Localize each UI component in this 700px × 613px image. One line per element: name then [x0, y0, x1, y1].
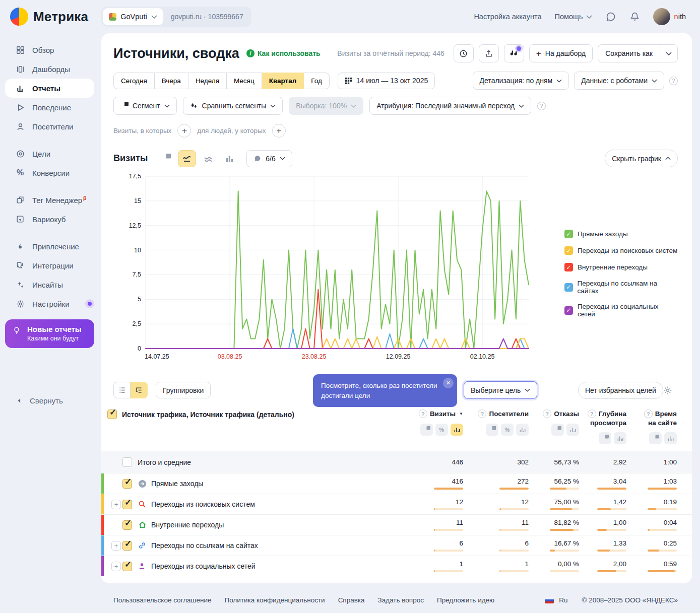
- save-as-split-button[interactable]: Сохранить как: [598, 44, 678, 62]
- period-button[interactable]: Год: [304, 73, 330, 89]
- sidebar-item-behavior[interactable]: Поведение: [0, 98, 101, 117]
- chart-type-columns-button[interactable]: [220, 150, 238, 167]
- table-settings-gear-icon[interactable]: [663, 385, 673, 395]
- bars-toggle-icon[interactable]: [566, 424, 579, 436]
- column-header-time[interactable]: ?Времяна сайте: [626, 410, 677, 444]
- sidebar-item-variocube[interactable]: Вариокуб: [0, 210, 101, 229]
- legend-item[interactable]: ✓ Переходы из социальных сетей: [564, 303, 678, 318]
- flat-list-view-button[interactable]: [113, 382, 131, 398]
- chevron-down-icon[interactable]: [660, 45, 677, 62]
- row-label[interactable]: Прямые заходы: [151, 480, 415, 488]
- chart-type-areas-button[interactable]: [199, 150, 217, 167]
- footer-link[interactable]: Пользовательское соглашение: [113, 596, 211, 604]
- legend-item[interactable]: ✓ Переходы по ссылкам на сайтах: [564, 280, 678, 295]
- close-icon[interactable]: ✕: [443, 378, 454, 388]
- question-help-icon[interactable]: ?: [644, 410, 653, 418]
- expand-row-button[interactable]: +: [111, 562, 121, 571]
- no-favorite-goals-button[interactable]: Нет избранных целей: [578, 382, 663, 399]
- detalization-dropdown[interactable]: Детализация: по дням: [473, 72, 569, 90]
- question-help-icon[interactable]: ?: [419, 410, 427, 418]
- period-button[interactable]: Месяц: [227, 73, 262, 89]
- expand-row-button[interactable]: +: [111, 500, 121, 509]
- column-header-visitors[interactable]: ?Посетители%: [463, 410, 529, 444]
- sidebar-item-dashboards[interactable]: Дашборды: [0, 59, 101, 79]
- add-visit-condition-button[interactable]: +: [177, 124, 191, 138]
- sidebar-item-conversions[interactable]: %Конверсии: [0, 163, 101, 182]
- sidebar-item-reports[interactable]: Отчеты: [5, 79, 94, 98]
- legend-checkbox-icon[interactable]: ✓: [564, 283, 573, 292]
- sampling-dropdown[interactable]: Выборка: 100%: [289, 97, 363, 115]
- question-help-icon[interactable]: ?: [588, 410, 596, 418]
- period-button[interactable]: Неделя: [188, 73, 227, 89]
- sidebar-item-goals[interactable]: Цели: [0, 144, 101, 163]
- legend-item[interactable]: ✓ Переходы из поисковых систем: [564, 246, 678, 255]
- new-reports-promo[interactable]: Новые отчеты Какими они будут: [5, 319, 94, 348]
- sidebar-item-insights[interactable]: Инсайты: [0, 275, 101, 294]
- account-settings-link[interactable]: Настройка аккаунта: [474, 13, 541, 21]
- footer-link[interactable]: Справка: [338, 596, 365, 604]
- period-button[interactable]: Вчера: [155, 73, 188, 89]
- footer-link[interactable]: Политика конфиденциальности: [224, 596, 325, 604]
- counter-selector[interactable]: GoVputi: [103, 8, 163, 25]
- period-button[interactable]: Сегодня: [113, 73, 155, 89]
- bars-toggle-icon[interactable]: [664, 432, 677, 444]
- row-checkbox[interactable]: [122, 520, 132, 530]
- tree-view-button[interactable]: [131, 382, 148, 398]
- pie-toggle-icon[interactable]: [599, 432, 611, 444]
- pie-toggle-icon[interactable]: [551, 424, 564, 436]
- row-label[interactable]: Переходы из поисковых систем: [151, 500, 415, 508]
- select-all-checkbox[interactable]: [107, 410, 117, 419]
- visits-line-chart[interactable]: 02,557,51012,51517,514.07.2503.08.2523.0…: [113, 171, 533, 362]
- row-checkbox[interactable]: [122, 500, 132, 509]
- legend-checkbox-icon[interactable]: ✓: [564, 246, 573, 255]
- footer-link[interactable]: Задать вопрос: [378, 596, 424, 604]
- pie-toggle-icon[interactable]: [420, 424, 433, 436]
- collapse-sidebar-button[interactable]: Свернуть: [0, 396, 101, 405]
- sidebar-item-visitors[interactable]: Посетители: [0, 117, 101, 136]
- metrika-logo[interactable]: Метрика: [10, 8, 88, 26]
- percent-toggle-icon[interactable]: %: [501, 424, 514, 436]
- notifications-bell-icon[interactable]: [629, 11, 640, 22]
- legend-item[interactable]: ✓ Прямые заходы: [564, 230, 678, 238]
- column-header-depth[interactable]: ?Глубинапросмотра: [579, 410, 626, 444]
- expand-row-button[interactable]: +: [111, 541, 121, 551]
- sidebar-item-attraction[interactable]: Привлечение: [0, 237, 101, 256]
- percent-toggle-icon[interactable]: %: [435, 424, 448, 436]
- legend-checkbox-icon[interactable]: ✓: [564, 263, 573, 271]
- sidebar-item-overview[interactable]: Обзор: [0, 40, 101, 59]
- row-checkbox[interactable]: [122, 541, 132, 551]
- history-clock-button[interactable]: [454, 44, 474, 62]
- period-button[interactable]: Квартал: [262, 73, 304, 89]
- row-label[interactable]: Переходы из социальных сетей: [151, 562, 415, 570]
- attribution-dropdown[interactable]: Атрибуция: Последний значимый переход: [369, 97, 531, 115]
- user-menu[interactable]: nith: [653, 8, 686, 25]
- column-header-visits[interactable]: ?Визиты▼%: [415, 410, 463, 444]
- bars-toggle-icon[interactable]: [451, 424, 463, 436]
- pie-toggle-icon[interactable]: [649, 432, 662, 444]
- bars-toggle-icon[interactable]: [516, 424, 529, 436]
- row-checkbox[interactable]: [122, 457, 132, 467]
- save-as-label[interactable]: Сохранить как: [598, 45, 660, 62]
- pie-toggle-icon[interactable]: [486, 424, 498, 436]
- sidebar-item-settings[interactable]: Настройки: [0, 294, 101, 313]
- hide-chart-button[interactable]: Скрыть график: [605, 150, 678, 167]
- date-range-button[interactable]: 14 июл — 13 окт 2025: [338, 73, 435, 89]
- row-label[interactable]: Переходы по ссылкам на сайтах: [151, 541, 415, 550]
- question-help-icon[interactable]: ?: [669, 77, 678, 85]
- question-help-icon[interactable]: ?: [543, 410, 551, 418]
- groupings-button[interactable]: Группировки: [156, 382, 211, 398]
- sidebar-item-tag-manager[interactable]: Тег Менеджерβ: [0, 190, 101, 210]
- compare-segments-dropdown[interactable]: Сравнить сегменты: [183, 97, 283, 115]
- export-button[interactable]: [479, 44, 499, 62]
- chart-type-pie-button[interactable]: [157, 150, 175, 167]
- add-to-dashboard-button[interactable]: +На дашборд: [529, 44, 593, 62]
- bars-toggle-icon[interactable]: [614, 432, 626, 444]
- ai-assistant-button[interactable]: [504, 44, 524, 62]
- data-mode-dropdown[interactable]: Данные: с роботами: [574, 72, 664, 90]
- segment-dropdown[interactable]: Сегмент: [113, 97, 177, 115]
- add-people-condition-button[interactable]: +: [272, 124, 286, 138]
- sidebar-item-integrations[interactable]: Интеграции: [0, 256, 101, 275]
- choose-goal-dropdown[interactable]: Выберите цель: [464, 381, 537, 399]
- row-label[interactable]: Внутренние переходы: [151, 521, 415, 529]
- how-to-use-link[interactable]: i Как использовать: [246, 49, 321, 57]
